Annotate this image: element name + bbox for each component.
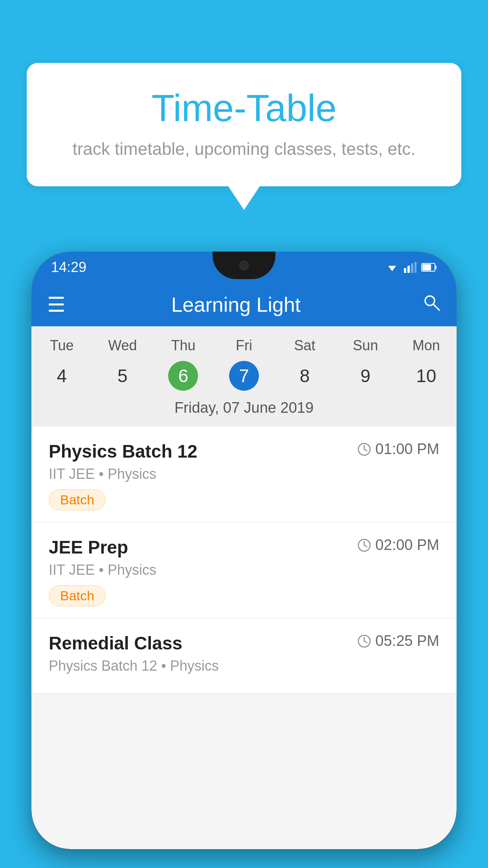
day-numbers: 4 5 6 7 8 9 10: [31, 361, 457, 391]
wifi-icon: [385, 262, 399, 273]
svg-line-16: [364, 545, 367, 547]
schedule-item-2-header: JEE Prep 02:00 PM: [49, 537, 439, 558]
day-header-thu: Thu: [153, 334, 214, 357]
day-header-mon: Mon: [396, 334, 457, 357]
calendar: Tue Wed Thu Fri Sat Sun Mon 4 5 6 7 8 9 …: [31, 326, 457, 427]
day-headers: Tue Wed Thu Fri Sat Sun Mon: [31, 334, 457, 357]
day-header-wed: Wed: [92, 334, 153, 357]
schedule-item-1-title: Physics Batch 12: [49, 441, 197, 462]
clock-icon-2: [357, 538, 371, 552]
bubble-title: Time-Table: [58, 86, 430, 130]
svg-rect-2: [404, 268, 406, 273]
day-header-sun: Sun: [335, 334, 396, 357]
day-8[interactable]: 8: [274, 361, 335, 391]
clock-icon-3: [357, 634, 371, 648]
day-header-tue: Tue: [31, 334, 92, 357]
schedule-item-2: JEE Prep 02:00 PM IIT JEE • Physics Batc…: [31, 522, 457, 618]
day-10[interactable]: 10: [396, 361, 457, 391]
svg-line-10: [434, 305, 439, 310]
batch-badge-2: Batch: [49, 585, 106, 606]
phone-screen: 14:29: [31, 252, 457, 849]
search-icon[interactable]: [422, 293, 441, 316]
svg-rect-8: [435, 266, 437, 269]
day-header-sat: Sat: [274, 334, 335, 357]
bubble-subtitle: track timetable, upcoming classes, tests…: [58, 139, 430, 159]
status-bar: 14:29: [31, 252, 457, 283]
app-title: Learning Light: [77, 293, 394, 316]
status-icons: [385, 262, 437, 273]
speech-bubble-container: Time-Table track timetable, upcoming cla…: [27, 63, 461, 210]
schedule-item-3: Remedial Class 05:25 PM Physics Batch 12…: [31, 618, 457, 693]
svg-point-9: [425, 296, 435, 305]
day-5[interactable]: 5: [92, 361, 153, 391]
day-9[interactable]: 9: [335, 361, 396, 391]
schedule-item-3-title: Remedial Class: [49, 633, 182, 654]
svg-line-19: [364, 641, 367, 643]
svg-rect-5: [415, 262, 416, 273]
schedule-item-3-header: Remedial Class 05:25 PM: [49, 633, 439, 654]
day-header-fri: Fri: [214, 334, 275, 357]
notch: [213, 252, 275, 279]
schedule-item-3-time: 05:25 PM: [357, 633, 439, 649]
day-4[interactable]: 4: [31, 361, 92, 391]
svg-rect-3: [407, 266, 410, 273]
schedule-item-2-subtitle: IIT JEE • Physics: [49, 562, 439, 578]
speech-bubble: Time-Table track timetable, upcoming cla…: [27, 63, 461, 186]
status-time: 14:29: [51, 259, 86, 276]
schedule-item-1-time: 01:00 PM: [357, 441, 439, 458]
selected-date-label: Friday, 07 June 2019: [31, 396, 457, 423]
schedule-item-2-title: JEE Prep: [49, 537, 128, 558]
schedule-item-1-subtitle: IIT JEE • Physics: [49, 466, 439, 482]
battery-icon: [421, 263, 437, 272]
svg-line-13: [364, 449, 367, 451]
bubble-arrow: [228, 186, 260, 210]
clock-icon-1: [357, 442, 371, 456]
menu-icon[interactable]: ☰: [47, 294, 66, 315]
schedule-item-3-subtitle: Physics Batch 12 • Physics: [49, 658, 439, 674]
batch-badge-1: Batch: [49, 489, 106, 510]
schedule-item-1-header: Physics Batch 12 01:00 PM: [49, 441, 439, 462]
signal-icon: [404, 262, 416, 273]
day-7-selected[interactable]: 7: [229, 361, 259, 391]
schedule-item-1: Physics Batch 12 01:00 PM IIT JEE • Phys…: [31, 427, 457, 522]
day-6-today[interactable]: 6: [168, 361, 198, 391]
schedule-list: Physics Batch 12 01:00 PM IIT JEE • Phys…: [31, 427, 457, 693]
svg-rect-4: [411, 263, 413, 273]
app-bar: ☰ Learning Light: [31, 283, 457, 326]
svg-rect-7: [422, 264, 431, 270]
schedule-item-2-time: 02:00 PM: [357, 537, 439, 554]
camera: [239, 261, 249, 270]
phone-mockup: 14:29: [31, 252, 457, 849]
